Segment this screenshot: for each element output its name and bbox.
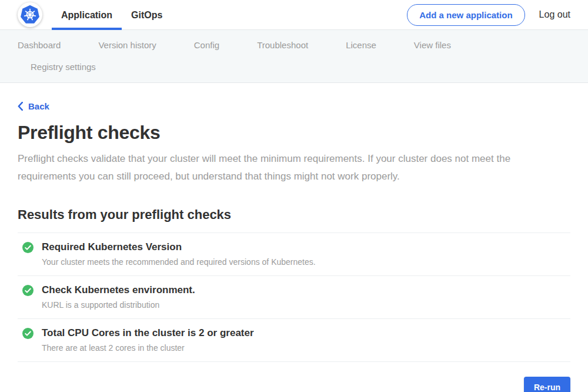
check-message: Your cluster meets the recommended and r… bbox=[42, 257, 316, 267]
rerun-button[interactable]: Re-run bbox=[524, 377, 570, 392]
check-row-kubernetes-environment: Check Kubernetes environment. KURL is a … bbox=[18, 275, 570, 318]
subnav-item-troubleshoot[interactable]: Troubleshoot bbox=[257, 34, 308, 56]
main-content: Back Preflight checks Preflight checks v… bbox=[0, 83, 588, 392]
header-tabs: Application GitOps bbox=[52, 0, 172, 30]
check-row-kubernetes-version: Required Kubernetes Version Your cluster… bbox=[18, 232, 570, 275]
check-row-cpu-cores: Total CPU Cores in the cluster is 2 or g… bbox=[18, 318, 570, 361]
check-title: Total CPU Cores in the cluster is 2 or g… bbox=[42, 327, 254, 339]
check-message: KURL is a supported distribution bbox=[42, 300, 195, 310]
subnav-item-config[interactable]: Config bbox=[194, 34, 219, 56]
top-header: Application GitOps Add a new application… bbox=[0, 0, 588, 30]
check-circle-icon bbox=[22, 328, 34, 339]
subnav-item-view-files[interactable]: View files bbox=[414, 34, 451, 56]
check-text: Total CPU Cores in the cluster is 2 or g… bbox=[42, 327, 254, 353]
actions-row: Re-run bbox=[18, 377, 570, 392]
app-subnav: Dashboard Version history Config Trouble… bbox=[0, 30, 588, 83]
chevron-left-icon bbox=[18, 102, 23, 111]
subnav-item-registry-settings[interactable]: Registry settings bbox=[31, 56, 96, 78]
subnav-row-1: Dashboard Version history Config Trouble… bbox=[18, 34, 570, 56]
page-title: Preflight checks bbox=[18, 122, 570, 144]
subnav-row-2: Registry settings bbox=[18, 56, 570, 78]
subnav-item-version-history[interactable]: Version history bbox=[98, 34, 156, 56]
check-title: Required Kubernetes Version bbox=[42, 241, 316, 253]
subnav-item-license[interactable]: License bbox=[346, 34, 376, 56]
tab-gitops[interactable]: GitOps bbox=[122, 0, 172, 30]
tab-application[interactable]: Application bbox=[52, 0, 122, 30]
back-link-label: Back bbox=[28, 101, 49, 111]
back-link[interactable]: Back bbox=[18, 101, 49, 111]
check-text: Required Kubernetes Version Your cluster… bbox=[42, 241, 316, 267]
page-description: Preflight checks validate that your clus… bbox=[18, 150, 570, 185]
check-circle-icon bbox=[22, 242, 34, 253]
kubernetes-logo bbox=[18, 2, 42, 27]
add-new-application-button[interactable]: Add a new application bbox=[407, 4, 524, 26]
check-text: Check Kubernetes environment. KURL is a … bbox=[42, 284, 195, 310]
results-heading: Results from your preflight checks bbox=[18, 207, 570, 222]
check-message: There are at least 2 cores in the cluste… bbox=[42, 343, 254, 353]
kubernetes-logo-icon bbox=[20, 5, 40, 25]
preflight-checks-list: Required Kubernetes Version Your cluster… bbox=[18, 232, 570, 362]
subnav-item-dashboard[interactable]: Dashboard bbox=[18, 34, 61, 56]
check-circle-icon bbox=[22, 285, 34, 296]
check-title: Check Kubernetes environment. bbox=[42, 284, 195, 296]
logout-button[interactable]: Log out bbox=[539, 9, 570, 20]
